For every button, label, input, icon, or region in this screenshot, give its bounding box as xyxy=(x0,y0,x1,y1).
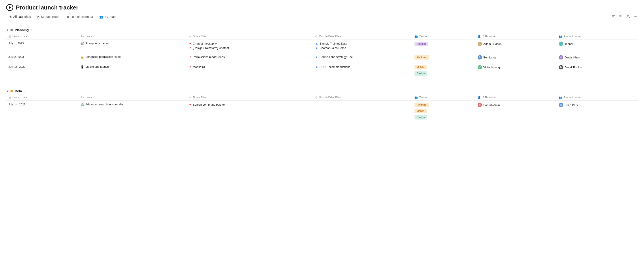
th-teams-planning: 👥 Teams xyxy=(412,33,476,39)
svg-point-6 xyxy=(627,15,629,17)
tab-statues-board-label: Statues Board xyxy=(41,15,60,18)
app-header: Product launch tracker xyxy=(0,0,644,11)
cell-gtm-owner: SSohrab Amin xyxy=(476,101,556,123)
beta-status-dot xyxy=(10,90,13,92)
cell-launch[interactable]: 📱Mobile app launch xyxy=(78,63,187,79)
cell-product-owner: DDavid Tibbitts xyxy=(556,63,638,79)
th-launch-date-beta: ▦ Launch date xyxy=(6,95,78,101)
cell-teams: MobileDesign xyxy=(412,63,476,79)
th-figma-planning: ✏ Figma Files xyxy=(187,33,313,39)
cell-gdrive: ▲SEO Recommendations xyxy=(313,63,412,79)
th-gtm-beta: 👤 GTM owner xyxy=(476,95,556,101)
nav-tabs: ✳ All Launches ◔ Statues Board ▦ Launch … xyxy=(0,11,644,21)
cell-gdrive: ▲Sample Training Data▲Chatbot Sales Demo xyxy=(313,39,412,53)
team-tag[interactable]: Mobile xyxy=(414,65,426,69)
cell-launch[interactable]: 💬AI support chatbot xyxy=(78,39,187,53)
team-tag[interactable]: Design xyxy=(414,115,427,120)
th-gdrive-beta: ⬡ Google Drive Files xyxy=(313,95,412,101)
th-launch-beta: Aa Launch xyxy=(78,95,187,101)
tab-launch-calendar-label: Launch calendar xyxy=(70,15,93,18)
avatar: T xyxy=(559,42,563,46)
cell-launch[interactable]: 🔒Enhanced permission levels xyxy=(78,53,187,63)
team-tag[interactable]: Platform xyxy=(414,55,429,59)
gdrive-icon: ▲ xyxy=(315,55,318,59)
planning-label: Planning xyxy=(15,28,29,32)
sort-button[interactable] xyxy=(618,14,624,19)
cell-date: July 15, 2023 xyxy=(6,63,78,79)
planning-table: ▦ Launch date Aa Launch ✏ Figma Files ⬡ … xyxy=(6,33,638,79)
cell-product-owner: TTanner xyxy=(556,39,638,53)
section-planning: ▼ Planning 3 ▦ Launch date Aa Launch ✏ xyxy=(6,26,638,79)
avatar: V xyxy=(478,65,482,69)
figma-icon: ✦ xyxy=(189,46,192,50)
tab-all-launches[interactable]: ✳ All Launches xyxy=(6,13,34,21)
cell-gdrive: ▲Permissions Strategy Doc xyxy=(313,53,412,63)
tab-by-team[interactable]: 👥 By Team xyxy=(96,13,120,21)
tab-by-team-label: By Team xyxy=(104,15,116,18)
main-content: ▼ Planning 3 ▦ Launch date Aa Launch ✏ xyxy=(0,21,644,135)
th-launch-date-planning: ▦ Launch date xyxy=(6,33,78,39)
beta-table: ▦ Launch date Aa Launch ✏ Figma Files ⬡ … xyxy=(6,95,638,123)
svg-line-7 xyxy=(629,17,630,18)
th-figma-beta: ✏ Figma Files xyxy=(187,95,313,101)
section-beta-header[interactable]: ▼ Beta 2 xyxy=(6,87,638,95)
team-tag[interactable]: Mobile xyxy=(414,109,426,113)
app-icon xyxy=(6,4,13,11)
figma-icon: ✦ xyxy=(189,103,192,106)
app-title: Product launch tracker xyxy=(16,4,78,11)
table-row: July 15, 2023📱Mobile app launch✦Mobile U… xyxy=(6,63,638,79)
avatar: O xyxy=(559,55,563,59)
table-row: July 14, 2023⚖️Advanced search functiona… xyxy=(6,101,638,123)
beta-chevron: ▼ xyxy=(6,90,8,92)
table-row: July 2, 2023🔒Enhanced permission levels✦… xyxy=(6,53,638,63)
cell-launch[interactable]: ⚖️Advanced search functionality xyxy=(78,101,187,123)
cell-gtm-owner: AAdam Hudson xyxy=(476,39,556,53)
cell-teams: PlatformMobileDesign xyxy=(412,101,476,123)
cell-date: July 2, 2023 xyxy=(6,53,78,63)
tab-all-launches-label: All Launches xyxy=(13,15,31,18)
table-row: July 1, 2023💬AI support chatbot✦Chatbot … xyxy=(6,39,638,53)
statues-board-icon: ◔ xyxy=(37,15,40,18)
figma-icon: ✦ xyxy=(189,42,192,45)
section-beta: ▼ Beta 2 ▦ Launch date Aa Launch ✏ xyxy=(6,87,638,123)
cell-teams: Support xyxy=(412,39,476,53)
avatar: B xyxy=(478,55,482,59)
tab-statues-board[interactable]: ◔ Statues Board xyxy=(34,13,64,21)
more-button[interactable]: ··· xyxy=(633,13,638,19)
cell-date: July 1, 2023 xyxy=(6,39,78,53)
th-launch-planning: Aa Launch xyxy=(78,33,187,39)
cell-teams: Platform xyxy=(412,53,476,63)
planning-count: 3 xyxy=(30,28,32,31)
filter-button[interactable] xyxy=(611,14,616,19)
avatar: B xyxy=(559,103,563,107)
planning-chevron: ▼ xyxy=(6,29,8,31)
th-teams-beta: 👥 Teams xyxy=(412,95,476,101)
figma-icon: ✦ xyxy=(189,55,192,59)
launch-calendar-icon: ▦ xyxy=(67,15,69,18)
team-tag[interactable]: Design xyxy=(414,71,427,76)
cell-figma: ✦Permissions modal ideas xyxy=(187,53,313,63)
section-planning-header[interactable]: ▼ Planning 3 xyxy=(6,26,638,33)
cell-gdrive xyxy=(313,101,412,123)
cell-gtm-owner: BBen Lang xyxy=(476,53,556,63)
cell-product-owner: BBrian Park xyxy=(556,101,638,123)
th-gdrive-planning: ⬡ Google Drive Files xyxy=(313,33,412,39)
by-team-icon: 👥 xyxy=(99,15,103,18)
beta-count: 2 xyxy=(24,89,25,93)
cell-figma: ✦Chatbot mockup v4✦[Design Brainstorm] C… xyxy=(187,39,313,53)
search-button[interactable] xyxy=(626,14,631,19)
avatar: S xyxy=(478,103,482,107)
planning-status-dot xyxy=(10,29,13,31)
cell-figma: ✦Mobile UI xyxy=(187,63,313,79)
all-launches-icon: ✳ xyxy=(9,15,12,18)
tab-launch-calendar[interactable]: ▦ Launch calendar xyxy=(64,13,96,21)
cell-product-owner: OOwais Khan xyxy=(556,53,638,63)
team-tag[interactable]: Support xyxy=(414,42,428,46)
gdrive-icon: ▲ xyxy=(315,65,318,69)
beta-label: Beta xyxy=(15,89,22,93)
team-tag[interactable]: Platform xyxy=(414,103,429,107)
th-gtm-planning: 👤 GTM owner xyxy=(476,33,556,39)
th-owner-beta: 👥 Product owner xyxy=(556,95,638,101)
gdrive-icon: ▲ xyxy=(315,46,318,50)
avatar: D xyxy=(559,65,563,69)
